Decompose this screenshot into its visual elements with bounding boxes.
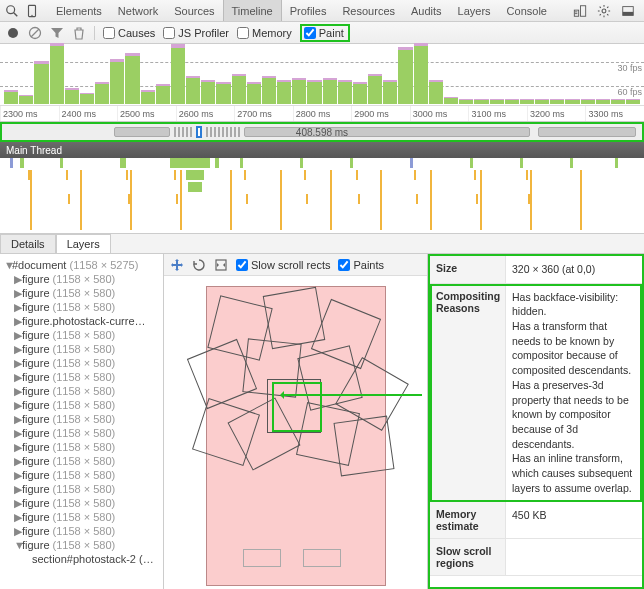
paints-label: Paints	[353, 259, 384, 271]
reset-icon[interactable]	[214, 258, 228, 272]
paint-checkbox-highlight: Paint	[300, 24, 350, 42]
tree-row[interactable]: ▶figure (1158 × 580)	[2, 272, 161, 286]
canvas-toolbar: Slow scroll rects Paints	[164, 254, 427, 276]
tree-row[interactable]: ▶figure (1158 × 580)	[2, 384, 161, 398]
svg-point-17	[8, 28, 18, 38]
overview-tick: 2300 ms	[0, 106, 59, 121]
devtools-tabs: ElementsNetworkSourcesTimelineProfilesRe…	[48, 0, 568, 21]
jsprofiler-label: JS Profiler	[178, 27, 229, 39]
jsprofiler-checkbox[interactable]: JS Profiler	[163, 27, 229, 39]
overview-tick: 2600 ms	[176, 106, 235, 121]
layer-tree[interactable]: ▼#document (1158 × 5275)▶figure (1158 × …	[0, 254, 164, 589]
tree-row[interactable]: ▶figure (1158 × 580)	[2, 454, 161, 468]
subtab-details[interactable]: Details	[0, 234, 56, 253]
tab-network[interactable]: Network	[110, 0, 166, 21]
bottom-pane: ▼#document (1158 × 5275)▶figure (1158 × …	[0, 254, 644, 589]
timeline-filters: Causes JS Profiler Memory Paint	[0, 22, 644, 44]
tree-row[interactable]: ▶figure (1158 × 580)	[2, 286, 161, 300]
tree-row[interactable]: ▶figure (1158 × 580)	[2, 510, 161, 524]
tree-row[interactable]: ▶figure.photostack-curre…	[2, 314, 161, 328]
overview-tick: 2900 ms	[351, 106, 410, 121]
tree-row[interactable]: ▶figure (1158 × 580)	[2, 412, 161, 426]
tab-audits[interactable]: Audits	[403, 0, 450, 21]
slowscroll-label: Slow scroll rects	[251, 259, 330, 271]
gear-icon[interactable]	[596, 3, 612, 19]
layer-details: Size320 × 360 (at 0,0) Compositing Reaso…	[428, 254, 644, 589]
pan-icon[interactable]	[170, 258, 184, 272]
svg-rect-16	[623, 11, 634, 15]
svg-line-1	[14, 12, 18, 16]
tree-row[interactable]: ▶figure (1158 × 580)	[2, 328, 161, 342]
tree-row[interactable]: section#photostack-2 (…	[2, 552, 161, 566]
tree-row[interactable]: ▶figure (1158 × 580)	[2, 342, 161, 356]
tree-row[interactable]: ▶figure (1158 × 580)	[2, 524, 161, 538]
tab-layers[interactable]: Layers	[450, 0, 499, 21]
tree-row[interactable]: ▶figure (1158 × 580)	[2, 300, 161, 314]
main-thread-header: Main Thread	[0, 142, 644, 158]
tab-elements[interactable]: Elements	[48, 0, 110, 21]
slowscroll-checkbox[interactable]: Slow scroll rects	[236, 259, 330, 271]
overview-tick: 2800 ms	[293, 106, 352, 121]
memory-checkbox[interactable]: Memory	[237, 27, 292, 39]
paints-checkbox[interactable]: Paints	[338, 259, 384, 271]
overview-tick: 2700 ms	[234, 106, 293, 121]
subtabs: DetailsLayers	[0, 234, 644, 254]
tab-timeline[interactable]: Timeline	[223, 0, 282, 21]
causes-checkbox[interactable]: Causes	[103, 27, 155, 39]
overview-chart[interactable]: 30 fps 60 fps 2300 ms2400 ms2500 ms2600 …	[0, 44, 644, 122]
drawer-icon[interactable]	[572, 3, 588, 19]
detail-memory: Memory estimate450 KB	[430, 502, 642, 539]
svg-rect-5	[580, 5, 585, 16]
svg-line-13	[600, 14, 601, 15]
svg-point-6	[602, 9, 606, 13]
tree-row[interactable]: ▶figure (1158 × 580)	[2, 356, 161, 370]
detail-slowscroll: Slow scroll regions	[430, 539, 642, 576]
layer-canvas[interactable]: Slow scroll rects Paints	[164, 254, 428, 589]
tree-row[interactable]: ▶figure (1158 × 580)	[2, 468, 161, 482]
svg-point-0	[7, 5, 15, 13]
tree-row[interactable]: ▶figure (1158 × 580)	[2, 440, 161, 454]
tree-row[interactable]: ▼figure (1158 × 580)	[2, 538, 161, 552]
svg-point-3	[31, 14, 32, 15]
tree-row[interactable]: ▶figure (1158 × 580)	[2, 496, 161, 510]
rotate-icon[interactable]	[192, 258, 206, 272]
filter-icon[interactable]	[50, 26, 64, 40]
tab-profiles[interactable]: Profiles	[282, 0, 335, 21]
dock-icon[interactable]	[620, 3, 636, 19]
gc-icon[interactable]	[72, 26, 86, 40]
memory-label: Memory	[252, 27, 292, 39]
tree-row[interactable]: ▶figure (1158 × 580)	[2, 398, 161, 412]
causes-label: Causes	[118, 27, 155, 39]
paint-checkbox[interactable]: Paint	[304, 27, 344, 39]
svg-line-19	[31, 29, 39, 37]
detail-size: Size320 × 360 (at 0,0)	[430, 256, 642, 284]
detail-compositing-reasons: Compositing ReasonsHas backface-visibili…	[430, 284, 642, 503]
overview-tick: 2500 ms	[117, 106, 176, 121]
scrubber-highlight[interactable]: 408.598 ms	[0, 122, 644, 142]
paint-label: Paint	[319, 27, 344, 39]
tree-row[interactable]: ▶figure (1158 × 580)	[2, 482, 161, 496]
devtools-toolbar: ElementsNetworkSourcesTimelineProfilesRe…	[0, 0, 644, 22]
overview-tick: 2400 ms	[59, 106, 118, 121]
selection-arrow	[282, 394, 422, 396]
scrubber-time-label: 408.598 ms	[2, 127, 642, 138]
svg-line-11	[600, 6, 601, 7]
device-icon[interactable]	[24, 3, 40, 19]
tree-row[interactable]: ▶figure (1158 × 580)	[2, 426, 161, 440]
selected-layer[interactable]	[272, 382, 322, 432]
subtab-layers[interactable]: Layers	[56, 234, 111, 253]
tab-sources[interactable]: Sources	[166, 0, 222, 21]
tree-row[interactable]: ▶figure (1158 × 580)	[2, 370, 161, 384]
record-icon[interactable]	[6, 26, 20, 40]
main-thread-body[interactable]	[0, 158, 644, 234]
overview-tick: 3200 ms	[527, 106, 586, 121]
overview-tick: 3100 ms	[468, 106, 527, 121]
svg-line-12	[607, 14, 608, 15]
page-layer[interactable]	[206, 286, 386, 586]
search-icon[interactable]	[4, 3, 20, 19]
overview-tick: 3300 ms	[585, 106, 644, 121]
tree-row[interactable]: ▼#document (1158 × 5275)	[2, 258, 161, 272]
tab-console[interactable]: Console	[499, 0, 555, 21]
clear-icon[interactable]	[28, 26, 42, 40]
tab-resources[interactable]: Resources	[334, 0, 403, 21]
